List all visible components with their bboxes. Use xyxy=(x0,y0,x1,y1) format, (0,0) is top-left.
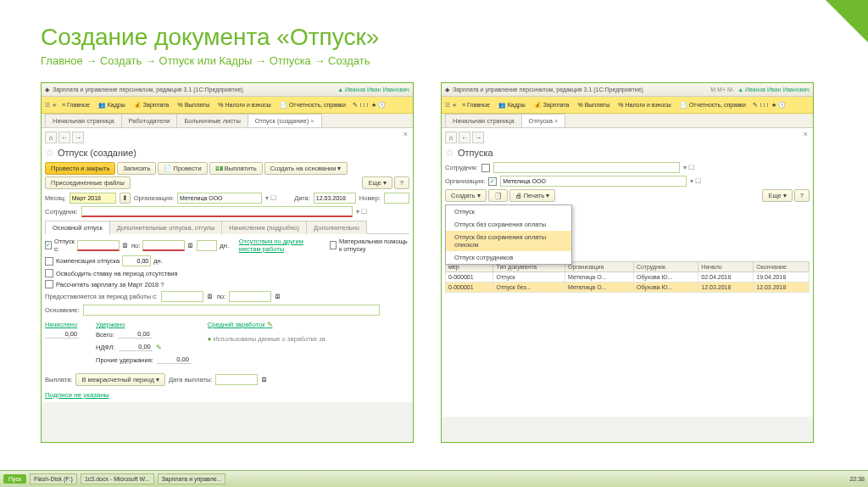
more-button[interactable]: Еще ▾ xyxy=(362,176,392,189)
dd-vacation[interactable]: Отпуск xyxy=(446,205,571,218)
avg-link[interactable]: Средний заработок ✎ xyxy=(208,321,326,328)
org-input[interactable] xyxy=(177,193,262,204)
write-button[interactable]: Записать xyxy=(117,162,156,175)
close-icon[interactable]: × xyxy=(403,130,408,138)
tab-vacation-create[interactable]: Отпуск (создание) × xyxy=(248,114,322,127)
org-filter-chk[interactable]: ✓ xyxy=(488,177,497,186)
nav-back-icon[interactable]: ← xyxy=(58,132,70,143)
subtab-accrual[interactable]: Начисления (подробно) xyxy=(221,221,307,234)
org-filter-input[interactable] xyxy=(500,176,687,187)
dd-unpaid[interactable]: Отпуск без сохранения оплаты xyxy=(446,218,571,231)
vacation-from-label: Отпуск с: xyxy=(54,238,75,253)
screenshot-left: ◆ Зарплата и управление персоналом, реда… xyxy=(41,82,414,443)
nav-home-icon[interactable]: ⌂ xyxy=(445,132,457,143)
other-absence-link[interactable]: Отсутствия по другим местам работы xyxy=(239,238,320,253)
reason-input[interactable] xyxy=(83,305,380,316)
date-input[interactable] xyxy=(314,193,356,204)
star-icon[interactable]: ☆ xyxy=(45,147,54,159)
nav-home-icon[interactable]: ⌂ xyxy=(45,132,57,143)
slide-title: Создание документа «Отпуск» xyxy=(0,0,868,54)
help-button[interactable]: ? xyxy=(394,176,409,189)
vac-from-input[interactable] xyxy=(77,240,120,251)
month-label: Месяц: xyxy=(45,194,66,202)
num-input[interactable] xyxy=(384,193,409,204)
screenshot-right: ◆ Зарплата и управление персоналом, реда… xyxy=(441,82,814,443)
num-label: Номер: xyxy=(359,194,381,202)
pay-date-input[interactable] xyxy=(215,374,258,385)
print-button[interactable]: 🖨 Печать ▾ xyxy=(509,189,556,202)
nav-fwd-icon[interactable]: → xyxy=(72,132,84,143)
menu-nalogi[interactable]: %Налоги и взносы xyxy=(214,100,275,109)
pay-period-select[interactable]: В межрасчетный период ▾ xyxy=(75,373,164,386)
subtab-more[interactable]: Дополнительно xyxy=(306,221,367,234)
menu-main[interactable]: ≡Главное xyxy=(459,100,493,109)
emp-filter-chk[interactable] xyxy=(481,164,490,172)
pencil-icon[interactable]: ✎ xyxy=(156,344,162,351)
main-menu: ☰ ★ ≡Главное 👥Кадры 💰Зарплата %Выплаты %… xyxy=(42,97,413,114)
table-row[interactable]: 0-000001ОтпускМетелица О...Обухова Ю...0… xyxy=(446,272,810,283)
period-from[interactable] xyxy=(161,291,203,302)
create-on-basis-button[interactable]: Создать на основании ▾ xyxy=(264,162,348,175)
accrued-link[interactable]: Начислено xyxy=(45,321,79,328)
menu-nalogi[interactable]: %Налоги и взносы xyxy=(615,100,675,109)
menu-zarplata[interactable]: 💰Зарплата xyxy=(131,100,173,110)
subtab-main[interactable]: Основной отпуск xyxy=(45,221,110,234)
post-button[interactable]: 📄 Провести xyxy=(158,162,207,175)
tab-start[interactable]: Начальная страница xyxy=(45,114,122,127)
material-chk[interactable] xyxy=(330,241,337,249)
user-label: ▲ Иванов Иван Иванович xyxy=(737,87,810,92)
dd-unpaid-list[interactable]: Отпуск без сохранения оплаты списком xyxy=(446,231,571,251)
dd-emp-vac[interactable]: Отпуск сотрудников xyxy=(446,251,571,264)
menu-vyplaty[interactable]: %Выплаты xyxy=(574,100,613,109)
tab-start[interactable]: Начальная страница xyxy=(445,114,522,127)
comp-chk[interactable] xyxy=(45,257,53,266)
task-item[interactable]: Flash-Disk (F:) xyxy=(30,473,77,484)
menu-kadry[interactable]: 👥Кадры xyxy=(95,100,129,110)
task-item[interactable]: Зарплата и управле... xyxy=(158,473,226,484)
more-button[interactable]: Еще ▾ xyxy=(762,189,792,202)
slide-subtitle: Главное → Создать → Отпуск или Кадры → О… xyxy=(0,54,868,67)
table-row[interactable]: 0-000001Отпуск без...Метелица О...Обухов… xyxy=(446,283,810,293)
post-close-button[interactable]: Провести и закрыть xyxy=(45,162,115,175)
attachments-button[interactable]: Присоединенные файлы xyxy=(45,176,131,189)
date-label: Дата: xyxy=(294,194,310,202)
held-link[interactable]: Удержано xyxy=(96,321,191,328)
tab-vacations[interactable]: Отпуска × xyxy=(521,114,566,127)
tab-employers[interactable]: Работодатели xyxy=(121,114,178,127)
sign-link[interactable]: Подписи не указаны xyxy=(45,391,409,399)
nav-fwd-icon[interactable]: → xyxy=(472,132,484,143)
menu-reports[interactable]: 📄Отчетность, справки xyxy=(676,100,749,110)
month-input[interactable] xyxy=(70,193,116,204)
menu-reports[interactable]: 📄Отчетность, справки xyxy=(276,100,349,110)
tray-time: 22:38 xyxy=(849,476,865,482)
app-icon: ◆ xyxy=(45,87,49,93)
pay-button[interactable]: 💵 Выплатить xyxy=(209,162,263,175)
start-button[interactable]: Пуск xyxy=(3,474,26,484)
vac-to-input[interactable] xyxy=(142,240,185,251)
month-spin[interactable]: ⬍ xyxy=(120,193,131,204)
help-button[interactable]: ? xyxy=(794,189,810,202)
close-icon[interactable]: × xyxy=(804,130,808,138)
vac-days[interactable] xyxy=(197,240,217,251)
vacation-chk[interactable]: ✓ xyxy=(45,241,52,249)
tab-sick[interactable]: Больничные листы xyxy=(176,114,248,127)
period-to[interactable] xyxy=(229,291,271,302)
emp-input[interactable] xyxy=(81,206,353,217)
calc-chk[interactable] xyxy=(45,280,53,288)
menu-main[interactable]: ≡Главное xyxy=(58,100,93,109)
menu-vyplaty[interactable]: %Выплаты xyxy=(174,100,213,109)
main-menu: ☰ ★ ≡Главное 👥Кадры 💰Зарплата %Выплаты %… xyxy=(442,97,813,114)
task-item[interactable]: 1с3.docx - Microsoft W... xyxy=(81,473,154,484)
menu-zarplata[interactable]: 💰Зарплата xyxy=(531,100,573,110)
emp-filter-input[interactable] xyxy=(493,162,680,173)
free-chk[interactable] xyxy=(45,269,53,277)
page-title: Отпуск (создание) xyxy=(58,148,136,158)
create-button[interactable]: Создать ▾ xyxy=(445,189,487,202)
subtab-extra[interactable]: Дополнительные отпуска, отгулы xyxy=(109,221,223,234)
copy-icon[interactable]: 📋 xyxy=(488,189,508,202)
emp-label: Сотрудник: xyxy=(45,208,78,216)
comp-val[interactable] xyxy=(122,255,151,266)
menu-kadry[interactable]: 👥Кадры xyxy=(495,100,529,110)
star-icon[interactable]: ☆ xyxy=(445,147,454,159)
nav-back-icon[interactable]: ← xyxy=(459,132,470,143)
